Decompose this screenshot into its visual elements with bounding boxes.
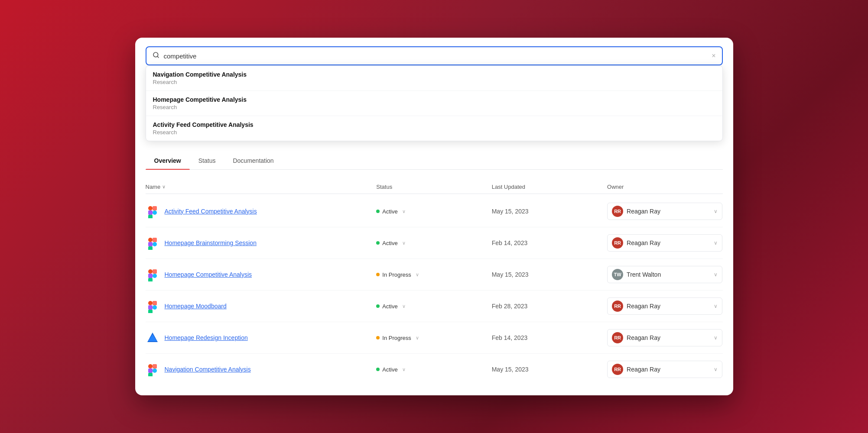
date-cell-4: Feb 28, 2023 — [492, 303, 607, 310]
status-dot-5 — [376, 336, 380, 339]
owner-wrapper-1[interactable]: RR Reagan Ray ∨ — [607, 203, 722, 220]
date-cell-6: May 15, 2023 — [492, 366, 607, 373]
status-chevron-5: ∨ — [416, 335, 419, 341]
dropdown-item-3[interactable]: Activity Feed Competitive Analysis Resea… — [146, 116, 722, 141]
svg-rect-2 — [153, 206, 157, 210]
owner-name-1: Reagan Ray — [627, 208, 710, 215]
row-5-name[interactable]: Homepage Redesign Inception — [165, 334, 248, 341]
owner-chevron-4: ∨ — [714, 303, 718, 309]
status-badge-2[interactable]: Active ∨ — [376, 240, 405, 246]
dropdown-item-1-title: Navigation Competitive Analysis — [153, 71, 715, 78]
svg-point-27 — [153, 368, 157, 373]
name-cell-2: Homepage Brainstorming Session — [146, 236, 377, 250]
avatar-5: RR — [612, 332, 623, 343]
svg-rect-8 — [148, 242, 153, 246]
row-1-name[interactable]: Activity Feed Competitive Analysis — [165, 208, 257, 215]
dropdown-item-2-title: Homepage Competitive Analysis — [153, 96, 715, 103]
svg-rect-18 — [148, 305, 153, 310]
owner-cell-6: RR Reagan Ray ∨ — [607, 361, 722, 378]
status-dot-3 — [376, 273, 380, 276]
figma-icon-4 — [146, 299, 159, 313]
table-row: Homepage Competitive Analysis In Progres… — [146, 259, 723, 291]
owner-name-2: Reagan Ray — [627, 239, 710, 246]
figma-icon-6 — [146, 362, 159, 376]
svg-marker-22 — [148, 334, 157, 341]
svg-rect-17 — [153, 301, 157, 305]
name-cell-6: Navigation Competitive Analysis — [146, 362, 377, 376]
svg-rect-11 — [148, 269, 153, 274]
dropdown-item-3-title: Activity Feed Competitive Analysis — [153, 121, 715, 128]
search-input[interactable] — [164, 52, 708, 60]
status-cell-5: In Progress ∨ — [376, 335, 491, 341]
clear-icon[interactable]: × — [712, 52, 715, 60]
status-dot-4 — [376, 304, 380, 308]
owner-chevron-3: ∨ — [714, 271, 718, 278]
svg-rect-25 — [148, 368, 153, 373]
status-badge-6[interactable]: Active ∨ — [376, 366, 405, 373]
svg-rect-3 — [148, 210, 153, 215]
table-row: Homepage Redesign Inception In Progress … — [146, 322, 723, 354]
owner-wrapper-2[interactable]: RR Reagan Ray ∨ — [607, 234, 722, 252]
date-cell-1: May 15, 2023 — [492, 208, 607, 215]
dropdown-item-2[interactable]: Homepage Competitive Analysis Research — [146, 91, 722, 116]
search-bar[interactable]: × — [146, 46, 723, 65]
date-cell-5: Feb 14, 2023 — [492, 334, 607, 341]
tab-status[interactable]: Status — [190, 152, 224, 169]
status-label-2: Active — [382, 240, 397, 246]
row-6-name[interactable]: Navigation Competitive Analysis — [165, 366, 251, 373]
owner-cell-3: TW Trent Walton ∨ — [607, 266, 722, 283]
svg-rect-26 — [148, 373, 153, 376]
col-owner-header: Owner — [607, 184, 722, 190]
row-4-name[interactable]: Homepage Moodboard — [165, 303, 227, 310]
owner-chevron-5: ∨ — [714, 335, 718, 341]
dropdown-item-1[interactable]: Navigation Competitive Analysis Research — [146, 66, 722, 91]
status-cell-6: Active ∨ — [376, 366, 491, 373]
col-status-header: Status — [376, 184, 491, 190]
owner-cell-4: RR Reagan Ray ∨ — [607, 297, 722, 315]
status-chevron-3: ∨ — [416, 272, 419, 278]
svg-point-10 — [153, 242, 157, 246]
svg-rect-13 — [148, 274, 153, 278]
name-cell-5: Homepage Redesign Inception — [146, 331, 377, 345]
svg-point-5 — [153, 210, 157, 215]
owner-wrapper-3[interactable]: TW Trent Walton ∨ — [607, 266, 722, 283]
status-chevron-2: ∨ — [402, 240, 406, 246]
status-label-3: In Progress — [382, 271, 411, 278]
table-row: Activity Feed Competitive Analysis Activ… — [146, 196, 723, 227]
svg-rect-7 — [153, 238, 157, 242]
status-badge-1[interactable]: Active ∨ — [376, 208, 405, 215]
tab-overview[interactable]: Overview — [146, 152, 190, 169]
search-container: × Navigation Competitive Analysis Resear… — [135, 38, 733, 65]
tab-documentation[interactable]: Documentation — [224, 152, 282, 169]
svg-rect-14 — [148, 278, 153, 281]
row-2-name[interactable]: Homepage Brainstorming Session — [165, 239, 257, 246]
main-content: Overview Status Documentation Name ∨ Sta… — [135, 152, 733, 395]
status-badge-4[interactable]: Active ∨ — [376, 303, 405, 310]
owner-chevron-2: ∨ — [714, 240, 718, 246]
status-label-4: Active — [382, 303, 397, 310]
owner-wrapper-4[interactable]: RR Reagan Ray ∨ — [607, 297, 722, 315]
owner-wrapper-5[interactable]: RR Reagan Ray ∨ — [607, 329, 722, 346]
owner-chevron-1: ∨ — [714, 208, 718, 214]
svg-rect-24 — [153, 364, 157, 368]
svg-rect-12 — [153, 269, 157, 274]
status-chevron-6: ∨ — [402, 367, 406, 372]
avatar-2: RR — [612, 237, 623, 249]
svg-rect-9 — [148, 246, 153, 250]
atlas-icon-5 — [146, 331, 159, 345]
col-date-header: Last Updated — [492, 184, 607, 190]
table-row: Homepage Brainstorming Session Active ∨ … — [146, 227, 723, 259]
row-3-name[interactable]: Homepage Competitive Analysis — [165, 271, 252, 278]
name-cell-3: Homepage Competitive Analysis — [146, 268, 377, 281]
status-badge-3[interactable]: In Progress ∨ — [376, 271, 419, 278]
status-cell-2: Active ∨ — [376, 240, 491, 246]
svg-rect-19 — [148, 310, 153, 313]
table-row: Homepage Moodboard Active ∨ Feb 28, 2023… — [146, 291, 723, 322]
owner-name-5: Reagan Ray — [627, 334, 710, 341]
owner-wrapper-6[interactable]: RR Reagan Ray ∨ — [607, 361, 722, 378]
status-chevron-4: ∨ — [402, 304, 406, 309]
sort-icon: ∨ — [162, 184, 166, 190]
owner-cell-5: RR Reagan Ray ∨ — [607, 329, 722, 346]
status-badge-5[interactable]: In Progress ∨ — [376, 335, 419, 341]
search-icon — [153, 52, 159, 60]
